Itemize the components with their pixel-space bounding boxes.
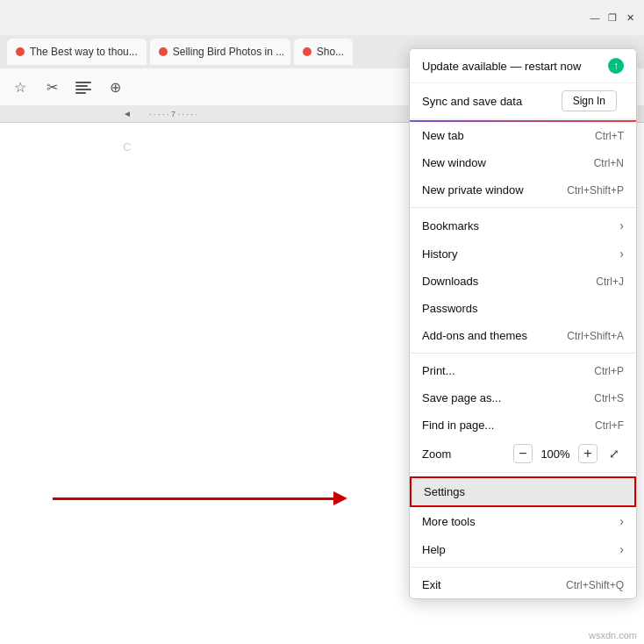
menu-item-shortcut-exit: Ctrl+Shift+Q <box>566 579 624 591</box>
svg-rect-3 <box>75 92 86 94</box>
menu-item-label-help: Help <box>422 543 619 556</box>
menu-item-private-window[interactable]: New private window Ctrl+Shift+P <box>410 176 636 204</box>
arrow-line <box>53 497 333 500</box>
arrow-indicator <box>53 491 347 505</box>
menu-item-shortcut-private-window: Ctrl+Shift+P <box>567 184 624 197</box>
minimize-button[interactable]: — <box>588 11 602 25</box>
menu-item-print[interactable]: Print... Ctrl+P <box>410 357 636 384</box>
chevron-right-icon-bookmarks: › <box>619 218 624 233</box>
tab-favicon-1 <box>16 47 25 56</box>
tab-3[interactable]: Sho... <box>294 39 353 65</box>
zoom-row: Zoom − 100% + ⤢ <box>410 439 636 469</box>
menu-item-label-print: Print... <box>422 364 594 377</box>
menu-item-history[interactable]: History › <box>410 240 636 268</box>
update-text: Update available — restart now <box>422 60 601 73</box>
title-bar: — ❐ ✕ <box>0 0 644 35</box>
close-button[interactable]: ✕ <box>623 11 637 25</box>
zoom-plus-button[interactable]: + <box>578 444 597 463</box>
update-banner[interactable]: Update available — restart now ↑ <box>410 49 636 83</box>
menu-item-settings[interactable]: Settings <box>410 476 636 507</box>
menu-item-help[interactable]: Help › <box>410 535 636 563</box>
tab-1[interactable]: The Best way to thou... <box>7 39 147 65</box>
divider-3 <box>410 472 636 473</box>
tab-label-2: Selling Bird Photos in ... <box>173 46 284 58</box>
zoom-expand-button[interactable]: ⤢ <box>605 444 624 463</box>
bookmark-icon[interactable]: ☆ <box>7 75 33 101</box>
menu-item-label-find: Find in page... <box>422 419 595 432</box>
menu-item-new-window[interactable]: New window Ctrl+N <box>410 149 636 176</box>
tab-2[interactable]: Selling Bird Photos in ... <box>150 39 290 65</box>
menu-item-shortcut-find: Ctrl+F <box>595 419 624 432</box>
menu-item-label-new-window: New window <box>422 156 594 169</box>
zoom-value: 100% <box>540 447 571 461</box>
menu-item-shortcut-addons: Ctrl+Shift+A <box>567 330 624 342</box>
menu-item-bookmarks[interactable]: Bookmarks › <box>410 211 636 240</box>
arrow-head <box>333 491 347 505</box>
divider-1 <box>410 207 636 208</box>
menu-item-exit[interactable]: Exit Ctrl+Shift+Q <box>410 571 636 598</box>
tab-label-1: The Best way to thou... <box>30 46 138 58</box>
menu-item-shortcut-new-tab: Ctrl+T <box>595 130 624 142</box>
menu-item-label-more-tools: More tools <box>422 515 619 528</box>
chevron-right-icon-more-tools: › <box>619 514 624 528</box>
zoom-controls: − 100% + ⤢ <box>513 444 624 463</box>
sync-text: Sync and save data <box>422 95 555 108</box>
menu-item-label-passwords: Passwords <box>422 302 624 315</box>
screenshot-icon[interactable]: ✂ <box>39 75 65 101</box>
update-dot: ↑ <box>608 58 624 74</box>
menu-item-label-settings: Settings <box>424 485 622 498</box>
menu-item-shortcut-new-window: Ctrl+N <box>594 157 624 169</box>
tab-favicon-2 <box>159 47 168 56</box>
svg-rect-2 <box>75 89 91 90</box>
reader-icon[interactable] <box>70 75 97 101</box>
menu-item-passwords[interactable]: Passwords <box>410 295 636 322</box>
menu-item-label-private-window: New private window <box>422 183 567 197</box>
tab-favicon-3 <box>303 47 311 56</box>
tab-label-3: Sho... <box>317 46 344 58</box>
menu-item-more-tools[interactable]: More tools › <box>410 507 636 535</box>
chevron-right-icon-help: › <box>619 542 624 556</box>
menu-item-find[interactable]: Find in page... Ctrl+F <box>410 411 636 439</box>
divider-2 <box>410 353 636 354</box>
menu-item-label-exit: Exit <box>422 578 566 591</box>
chevron-right-icon-history: › <box>619 247 624 261</box>
menu-item-label-downloads: Downloads <box>422 275 596 288</box>
dropdown-menu: Update available — restart now ↑ Sync an… <box>409 48 637 599</box>
menu-item-shortcut-save-page: Ctrl+S <box>594 392 624 404</box>
browser-frame: — ❐ ✕ The Best way to thou... Selling Bi… <box>0 0 644 644</box>
menu-item-shortcut-downloads: Ctrl+J <box>596 275 624 288</box>
maximize-button[interactable]: ❐ <box>605 11 619 25</box>
menu-item-label-addons: Add-ons and themes <box>422 329 567 342</box>
menu-item-shortcut-print: Ctrl+P <box>594 365 624 377</box>
menu-item-label-history: History <box>422 247 619 261</box>
zoom-minus-button[interactable]: − <box>513 444 533 463</box>
sign-in-button[interactable]: Sign In <box>562 90 617 111</box>
menu-item-addons[interactable]: Add-ons and themes Ctrl+Shift+A <box>410 322 636 349</box>
svg-rect-0 <box>75 82 91 83</box>
sync-row: Sync and save data Sign In <box>410 83 636 120</box>
menu-item-label-new-tab: New tab <box>422 129 595 142</box>
menu-item-downloads[interactable]: Downloads Ctrl+J <box>410 268 636 295</box>
svg-rect-1 <box>75 85 88 87</box>
watermark: wsxdn.com <box>589 630 637 640</box>
menu-item-label-save-page: Save page as... <box>422 391 594 404</box>
zoom-label: Zoom <box>422 447 513 461</box>
divider-4 <box>410 567 636 568</box>
menu-item-label-bookmarks: Bookmarks <box>422 219 619 233</box>
container-icon[interactable]: ⊕ <box>102 75 128 101</box>
menu-item-new-tab[interactable]: New tab Ctrl+T <box>410 122 636 149</box>
menu-item-save-page[interactable]: Save page as... Ctrl+S <box>410 384 636 411</box>
